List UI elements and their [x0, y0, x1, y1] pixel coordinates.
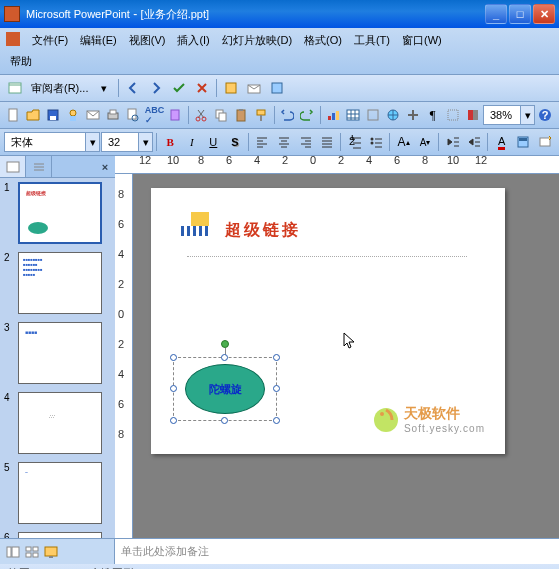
- tables-borders-icon[interactable]: [363, 104, 382, 126]
- next-change-icon[interactable]: [145, 77, 167, 99]
- bold-button[interactable]: B: [160, 131, 181, 153]
- show-grid-icon[interactable]: [443, 104, 462, 126]
- zoom-dropdown[interactable]: 38% ▾: [483, 105, 535, 125]
- reviewer-label[interactable]: 审阅者(R)...: [27, 81, 92, 96]
- notes-placeholder[interactable]: 单击此处添加备注: [115, 541, 559, 562]
- review-menu-icon[interactable]: [4, 77, 26, 99]
- vertical-ruler[interactable]: 8 6 4 2 0 2 4 6 8: [115, 174, 133, 538]
- reject-change-icon[interactable]: [191, 77, 213, 99]
- redo-icon[interactable]: [298, 104, 317, 126]
- font-dropdown[interactable]: 宋体 ▾: [4, 132, 100, 152]
- font-size-dropdown[interactable]: 32 ▾: [101, 132, 153, 152]
- italic-button[interactable]: I: [181, 131, 202, 153]
- slide-thumbnail-1[interactable]: 1 超级链接: [0, 178, 115, 248]
- svg-rect-51: [49, 556, 53, 558]
- svg-rect-39: [519, 138, 527, 141]
- menu-edit[interactable]: 编辑(E): [74, 30, 123, 51]
- increase-font-icon[interactable]: A▴: [393, 131, 414, 153]
- spellcheck-icon[interactable]: ABC✓: [144, 104, 166, 126]
- resize-handle[interactable]: [170, 385, 177, 392]
- insert-table-icon[interactable]: [343, 104, 362, 126]
- menu-slideshow[interactable]: 幻灯片放映(D): [216, 30, 298, 51]
- resize-handle[interactable]: [221, 417, 228, 424]
- resize-handle[interactable]: [170, 417, 177, 424]
- insert-chart-icon[interactable]: [323, 104, 342, 126]
- permission-icon[interactable]: [64, 104, 83, 126]
- menu-view[interactable]: 视图(V): [123, 30, 172, 51]
- menu-file[interactable]: 文件(F): [26, 30, 74, 51]
- horizontal-ruler[interactable]: 12 10 8 6 4 2 0 2 4 6 8 10 12: [115, 156, 559, 174]
- increase-indent-icon[interactable]: [464, 131, 485, 153]
- decrease-font-icon[interactable]: A▾: [415, 131, 436, 153]
- menu-insert[interactable]: 插入(I): [171, 30, 215, 51]
- oval-text: 陀螺旋: [209, 382, 242, 397]
- distributed-icon[interactable]: [317, 131, 338, 153]
- insert-hyperlink-icon[interactable]: [383, 104, 402, 126]
- send-review-icon[interactable]: [243, 77, 265, 99]
- slide-thumbnail-5[interactable]: 5 ~: [0, 458, 115, 528]
- undo-icon[interactable]: [278, 104, 297, 126]
- prev-change-icon[interactable]: [122, 77, 144, 99]
- underline-button[interactable]: U: [203, 131, 224, 153]
- design-icon[interactable]: [513, 131, 534, 153]
- new-icon[interactable]: [4, 104, 23, 126]
- show-formatting-icon[interactable]: ¶: [423, 104, 442, 126]
- format-painter-icon[interactable]: [252, 104, 271, 126]
- cut-icon[interactable]: [192, 104, 211, 126]
- menu-format[interactable]: 格式(O): [298, 30, 348, 51]
- open-icon[interactable]: [24, 104, 43, 126]
- slide-thumbnail-6[interactable]: 6: [0, 528, 115, 538]
- slide[interactable]: 超级链接: [151, 188, 505, 454]
- close-button[interactable]: ✕: [533, 4, 555, 24]
- print-icon[interactable]: [104, 104, 123, 126]
- paste-icon[interactable]: [232, 104, 251, 126]
- reviewer-dropdown-icon[interactable]: ▾: [93, 77, 115, 99]
- email-icon[interactable]: [84, 104, 103, 126]
- research-icon[interactable]: [166, 104, 185, 126]
- panel-close-icon[interactable]: ×: [95, 156, 115, 177]
- sorter-view-icon[interactable]: [23, 543, 41, 561]
- resize-handle[interactable]: [273, 385, 280, 392]
- menu-help[interactable]: 帮助: [4, 51, 555, 72]
- svg-rect-49: [33, 553, 38, 557]
- slide-thumbnail-3[interactable]: 3 ■■■■: [0, 318, 115, 388]
- minimize-button[interactable]: _: [485, 4, 507, 24]
- copy-icon[interactable]: [212, 104, 231, 126]
- rotate-handle-icon[interactable]: [221, 340, 229, 348]
- resize-handle[interactable]: [221, 354, 228, 361]
- font-color-icon[interactable]: A: [491, 131, 512, 153]
- yesky-logo-icon: [372, 406, 400, 434]
- shadow-button[interactable]: S: [225, 131, 246, 153]
- normal-view-icon[interactable]: [4, 543, 22, 561]
- tab-outline[interactable]: [26, 156, 52, 177]
- slide-thumbnail-4[interactable]: 4 ∴∵: [0, 388, 115, 458]
- decrease-indent-icon[interactable]: [442, 131, 463, 153]
- help-icon[interactable]: ?: [536, 104, 555, 126]
- tab-slides[interactable]: [0, 156, 26, 177]
- save-icon[interactable]: [44, 104, 63, 126]
- bullets-icon[interactable]: [366, 131, 387, 153]
- slide-title[interactable]: 超级链接: [181, 212, 301, 248]
- thumbnails-list[interactable]: 1 超级链接 2 ■■■■■■■■■■■■■■■■■■■■■■■■■■■ 3 ■…: [0, 178, 115, 538]
- resize-handle[interactable]: [170, 354, 177, 361]
- track-changes-icon[interactable]: [220, 77, 242, 99]
- align-right-icon[interactable]: [295, 131, 316, 153]
- accept-change-icon[interactable]: [168, 77, 190, 99]
- oval-shape[interactable]: 陀螺旋: [185, 364, 265, 414]
- menu-tools[interactable]: 工具(T): [348, 30, 396, 51]
- slideshow-view-icon[interactable]: [42, 543, 60, 561]
- resize-handle[interactable]: [273, 417, 280, 424]
- color-grayscale-icon[interactable]: [463, 104, 482, 126]
- print-preview-icon[interactable]: [124, 104, 143, 126]
- menu-window[interactable]: 窗口(W): [396, 30, 448, 51]
- slide-thumbnail-2[interactable]: 2 ■■■■■■■■■■■■■■■■■■■■■■■■■■■: [0, 248, 115, 318]
- align-left-icon[interactable]: [252, 131, 273, 153]
- align-center-icon[interactable]: [274, 131, 295, 153]
- new-slide-icon[interactable]: [535, 131, 556, 153]
- resize-handle[interactable]: [273, 354, 280, 361]
- slide-canvas-area[interactable]: 超级链接: [133, 174, 559, 538]
- maximize-button[interactable]: □: [509, 4, 531, 24]
- end-review-icon[interactable]: [266, 77, 288, 99]
- numbering-icon[interactable]: 12: [344, 131, 365, 153]
- expand-all-icon[interactable]: [403, 104, 422, 126]
